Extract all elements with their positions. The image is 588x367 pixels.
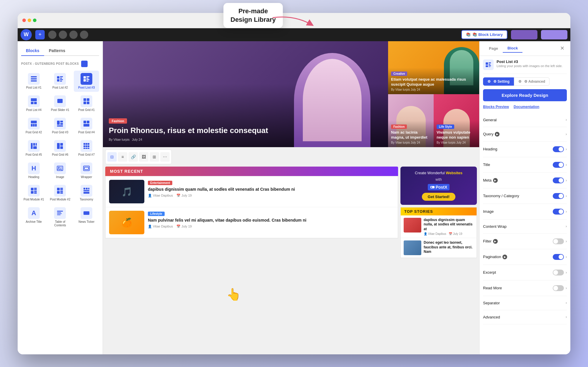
post-item-2[interactable]: Lifestyle Nam pulvinar felis vel mi aliq… bbox=[106, 207, 398, 238]
subtab-advanced[interactable]: ⚙ ⚙ Advanced bbox=[514, 77, 549, 86]
panel-section-row-general[interactable]: General › bbox=[483, 116, 567, 124]
read-more-toggle[interactable] bbox=[553, 285, 564, 291]
panel-section-row-taxonomy[interactable]: Taxonomy / Category › bbox=[483, 191, 567, 201]
toolbar-circle-1[interactable] bbox=[48, 31, 56, 39]
block-icon-post-list-2 bbox=[54, 73, 66, 85]
toolbar-more-btn[interactable]: ⋯ bbox=[160, 152, 170, 162]
svg-rect-58 bbox=[84, 167, 88, 170]
block-item-post-list-3[interactable]: Post List #3 bbox=[74, 71, 99, 92]
toolbar-list-btn[interactable]: ≡ bbox=[118, 152, 127, 162]
block-item-news-ticker[interactable]: News Ticker bbox=[74, 205, 99, 230]
panel-section-row-content-wrap[interactable]: Content Wrap › bbox=[483, 222, 567, 230]
panel-section-row-read-more[interactable]: Read More › bbox=[483, 283, 567, 293]
block-library-button[interactable]: 📚 📚 Block Library bbox=[461, 30, 507, 39]
blocks-preview-link[interactable]: Blocks Preview bbox=[483, 105, 509, 109]
panel-section-label-content-wrap: Content Wrap bbox=[483, 224, 507, 229]
toolbar-grid-btn[interactable]: ⊞ bbox=[150, 152, 159, 162]
block-item-post-grid-2[interactable]: Post Grid #2 bbox=[21, 115, 46, 137]
block-item-post-grid-3[interactable]: Post Grid #3 bbox=[48, 115, 73, 137]
explore-ready-design-button[interactable]: Explore Ready Design bbox=[483, 89, 567, 101]
excerpt-toggle[interactable] bbox=[553, 270, 564, 275]
story-meta-1: 👤 Vitae Dapibus 📅 July 19 bbox=[424, 232, 474, 235]
promo-line2: with bbox=[435, 177, 442, 182]
side-card-bottom-left[interactable]: Fashion Nam ac lacinia magna, ut imperdi… bbox=[388, 94, 434, 147]
svg-rect-48 bbox=[83, 145, 85, 147]
filter-toggle[interactable] bbox=[553, 238, 564, 244]
block-item-post-grid-7[interactable]: Post Grid #7 bbox=[74, 138, 99, 159]
svg-rect-40 bbox=[36, 143, 37, 146]
toolbar-layout-btn[interactable]: ⊟ bbox=[107, 152, 117, 162]
image-toggle[interactable] bbox=[553, 209, 564, 215]
svg-rect-87 bbox=[489, 62, 491, 63]
toolbar-link-btn[interactable]: 🔗 bbox=[128, 152, 138, 162]
panel-section-row-meta[interactable]: Meta ▶ › bbox=[483, 176, 567, 185]
post-thumb-2 bbox=[109, 211, 144, 234]
wp-logo[interactable]: W bbox=[21, 29, 32, 40]
panel-section-row-filter[interactable]: Filter ▶ › bbox=[483, 237, 567, 246]
documentation-link[interactable]: Documentation bbox=[514, 105, 539, 109]
tab-blocks[interactable]: Blocks bbox=[21, 46, 44, 56]
block-item-post-module-2[interactable]: Post Module #2 bbox=[48, 182, 73, 204]
block-item-post-list-4[interactable]: Post List #4 bbox=[21, 93, 46, 114]
svg-rect-46 bbox=[86, 143, 87, 145]
dot-red[interactable] bbox=[22, 19, 26, 22]
story-item-2[interactable]: Donec eget leo laoreet, faucibus ante at… bbox=[401, 238, 477, 258]
tab-page[interactable]: Page bbox=[484, 44, 503, 52]
toolbar-circle-2[interactable] bbox=[59, 31, 67, 39]
taxonomy-toggle[interactable] bbox=[553, 193, 564, 199]
dot-green[interactable] bbox=[33, 19, 36, 22]
block-item-post-grid-6[interactable]: Post Grid #6 bbox=[48, 138, 73, 159]
block-item-post-grid-5[interactable]: Post Grid #5 bbox=[21, 138, 46, 159]
chevron-heading: › bbox=[566, 147, 567, 151]
block-item-table-of-contents[interactable]: Table of Contents bbox=[48, 205, 73, 230]
panel-section-row-separator[interactable]: Separator › bbox=[483, 299, 567, 307]
heading-toggle[interactable] bbox=[553, 146, 564, 152]
story-item-1[interactable]: dapibus dignissim quam nulla, at sodles … bbox=[401, 215, 477, 238]
hero-main-card[interactable]: Fashion Proin Rhoncus, risus et molestie… bbox=[103, 41, 388, 147]
block-item-post-module-1[interactable]: Post Module #1 bbox=[21, 182, 46, 204]
side-card-bottom-right[interactable]: Life Style Vivamus vulputate neque non s… bbox=[434, 94, 479, 147]
block-item-post-slider-1[interactable]: Post Slider #1 bbox=[48, 93, 73, 114]
panel-section-row-image[interactable]: Image › bbox=[483, 207, 567, 216]
meta-toggle[interactable] bbox=[553, 177, 564, 183]
promo-cta-button[interactable]: Get Started! bbox=[422, 193, 455, 201]
tab-patterns[interactable]: Patterns bbox=[44, 46, 70, 55]
wp-purple-btn-2[interactable] bbox=[541, 30, 567, 39]
toolbar-circle-3[interactable] bbox=[69, 31, 78, 39]
svg-rect-1 bbox=[31, 76, 37, 77]
toolbar-image-btn[interactable]: 🖼 bbox=[139, 152, 148, 162]
block-item-heading[interactable]: H Heading bbox=[21, 160, 46, 181]
title-toggle[interactable] bbox=[553, 162, 564, 168]
canvas-two-col: MOST RECENT Entertainment dapibus dignis… bbox=[105, 167, 477, 258]
wp-purple-btn-1[interactable] bbox=[511, 30, 537, 39]
panel-section-row-heading[interactable]: Heading › bbox=[483, 145, 567, 154]
block-item-wrapper[interactable]: Wrapper bbox=[74, 160, 99, 181]
dot-yellow[interactable] bbox=[28, 19, 31, 22]
add-block-button[interactable]: + bbox=[35, 30, 45, 39]
block-item-post-list-1[interactable]: Post List #1 bbox=[21, 71, 46, 92]
toolbar-circle-4[interactable] bbox=[80, 31, 88, 39]
read-more-toggle-area: › bbox=[553, 285, 567, 291]
panel-section-row-excerpt[interactable]: Excerpt › bbox=[483, 268, 567, 277]
block-item-post-grid-1[interactable]: Post Grid #1 bbox=[74, 93, 99, 114]
panel-section-row-query[interactable]: Query ▶ › bbox=[483, 130, 567, 138]
subtab-setting[interactable]: ⚙ ⚙ Setting bbox=[483, 77, 514, 86]
block-item-archive-title[interactable]: A Archive Title bbox=[21, 205, 46, 230]
block-item-post-grid-4[interactable]: Post Grid #4 bbox=[74, 115, 99, 137]
svg-point-20 bbox=[58, 100, 59, 101]
panel-section-label-separator: Separator bbox=[483, 301, 500, 305]
tab-block[interactable]: Block bbox=[503, 44, 522, 53]
block-item-image[interactable]: Image bbox=[48, 160, 73, 181]
panel-section-row-title[interactable]: Title › bbox=[483, 160, 567, 170]
pagination-toggle[interactable] bbox=[553, 254, 564, 260]
post-item-1[interactable]: Entertainment dapibus dignissim quam nul… bbox=[106, 176, 398, 207]
panel-section-row-advanced[interactable]: Advanced › bbox=[483, 313, 567, 321]
svg-rect-66 bbox=[60, 188, 63, 189]
block-item-taxonomy[interactable]: Taxonomy bbox=[74, 182, 99, 204]
panel-close-button[interactable]: ✕ bbox=[559, 45, 566, 52]
panel-section-row-pagination[interactable]: Pagination ▶ › bbox=[483, 252, 567, 262]
block-item-post-list-2[interactable]: Post List #2 bbox=[48, 71, 73, 92]
side-card-top[interactable]: Creative Etiam volutpat neque ac malesua… bbox=[388, 41, 479, 94]
svg-rect-78 bbox=[57, 213, 62, 214]
svg-rect-5 bbox=[60, 76, 63, 77]
